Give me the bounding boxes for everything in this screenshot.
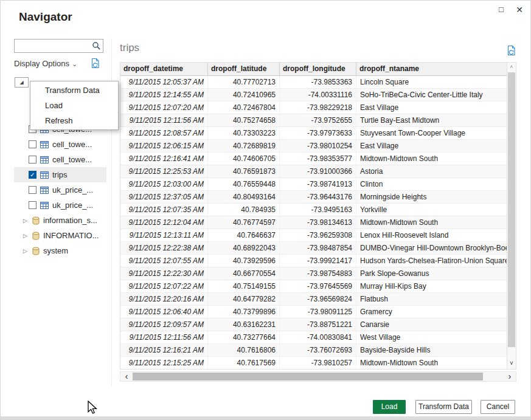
navigation-tree: ▷ ✓ cell_towe <box>14 122 106 258</box>
vertical-scrollbar-thumb[interactable] <box>508 72 515 347</box>
cell-dropoff-latitude: 40.72410965 <box>208 89 280 101</box>
tree-item[interactable]: ▷ ✓ cell_towe <box>14 137 106 152</box>
preview-table: dropoff_datetime dropoff_latitude dropof… <box>120 62 516 370</box>
load-button[interactable]: Load <box>373 400 406 414</box>
cell-dropoff-latitude: 40.72467804 <box>208 102 280 114</box>
cell-dropoff-latitude: 40.73799896 <box>208 306 280 318</box>
cell-dropoff-datetime: 9/11/2015 12:13:11 AM <box>120 229 208 241</box>
table-row: 9/11/2015 12:07:35 AM 40.784935 -73.9495… <box>120 204 508 216</box>
cell-dropoff-longitude: -73.96569824 <box>280 293 356 305</box>
tree-item[interactable]: ▷ ✓ INFORMATI <box>14 228 106 243</box>
vertical-scrollbar[interactable]: ˄ ˅ <box>507 63 516 369</box>
cell-dropoff-longitude: -73.9853363 <box>280 76 356 88</box>
tree-item[interactable]: ▷ ✓ system <box>14 243 106 258</box>
expander-icon[interactable]: ▷ <box>23 233 30 239</box>
cell-dropoff-ntaname: Midtown-Midtown South <box>356 153 508 165</box>
tree-item[interactable]: ▷ ✓ uk_price_ <box>14 198 106 213</box>
checkbox[interactable]: ✓ <box>29 201 36 209</box>
scroll-left-icon[interactable]: ‹ <box>122 372 131 381</box>
context-menu-item[interactable]: Refresh <box>30 113 118 128</box>
horizontal-scrollbar[interactable]: ‹ › <box>120 371 516 382</box>
checkbox[interactable]: ✓ <box>29 186 36 194</box>
cell-dropoff-ntaname: Gramercy <box>356 306 508 318</box>
scroll-up-icon[interactable]: ˄ <box>507 63 516 72</box>
table-row: 9/11/2015 12:13:11 AM 40.7646637 -73.962… <box>120 229 508 242</box>
table-row: 9/11/2015 12:06:40 AM 40.73799896 -73.98… <box>120 306 508 318</box>
search-box <box>14 39 103 53</box>
tree-item[interactable]: ▷ ✓ cell_towe <box>14 152 106 167</box>
cell-dropoff-longitude: -73.96443176 <box>280 191 356 203</box>
preview-title: trips <box>120 42 139 54</box>
cell-dropoff-longitude: -73.98091125 <box>280 306 356 318</box>
cell-dropoff-datetime: 9/11/2015 12:15:25 AM <box>120 357 208 369</box>
cell-dropoff-ntaname: East Village <box>356 102 508 114</box>
database-icon <box>32 247 40 255</box>
cell-dropoff-longitude: -73.98010254 <box>280 140 356 152</box>
expander-icon[interactable]: ▷ <box>23 248 30 254</box>
table-icon <box>40 171 49 179</box>
table-row: 9/11/2015 12:05:37 AM 40.77702713 -73.98… <box>120 76 508 89</box>
close-button[interactable]: ✕ <box>512 3 527 16</box>
cell-dropoff-longitude: -73.99921417 <box>280 255 356 267</box>
expander-icon[interactable]: ▷ <box>23 218 30 224</box>
cell-dropoff-datetime: 9/11/2015 12:16:21 AM <box>120 344 208 356</box>
cell-dropoff-ntaname: Yorkville <box>356 204 508 216</box>
scroll-down-icon[interactable]: ˅ <box>507 359 516 369</box>
cell-dropoff-datetime: 9/11/2015 12:07:22 AM <box>120 280 208 292</box>
cell-dropoff-ntaname: Lincoln Square <box>356 76 508 88</box>
cell-dropoff-longitude: -73.9495163 <box>280 204 356 216</box>
checkbox[interactable]: ✓ <box>29 171 36 179</box>
refresh-preview-icon[interactable] <box>506 45 516 58</box>
search-icon[interactable] <box>92 41 101 53</box>
cell-dropoff-longitude: -73.97645569 <box>280 280 356 292</box>
cell-dropoff-longitude: -74.00830841 <box>280 331 356 343</box>
cell-dropoff-datetime: 9/11/2015 12:37:05 AM <box>120 191 208 203</box>
display-options-dropdown[interactable]: Display Options⌄ <box>14 59 77 68</box>
cell-dropoff-latitude: 40.7617569 <box>208 357 280 369</box>
column-header-dropoff-longitude: dropoff_longitude <box>280 63 356 75</box>
cell-dropoff-datetime: 9/11/2015 12:22:30 AM <box>120 267 208 280</box>
cell-dropoff-latitude: 40.76774597 <box>208 216 280 229</box>
cell-dropoff-datetime: 9/11/2015 12:08:57 AM <box>120 127 208 139</box>
maximize-button[interactable]: □ <box>494 3 508 16</box>
table-row: 9/11/2015 12:06:15 AM 40.72689819 -73.98… <box>120 140 508 153</box>
tree-item-label: trips <box>52 170 68 179</box>
refresh-icon[interactable] <box>90 58 100 71</box>
window-bottom-edge <box>1 416 530 419</box>
table-row: 9/11/2015 12:09:57 AM 40.63162231 -73.88… <box>120 318 508 331</box>
table-row: 9/11/2015 12:20:16 AM 40.64779282 -73.96… <box>120 293 508 306</box>
cell-dropoff-ntaname: Canarsie <box>356 318 508 331</box>
transform-data-button[interactable]: Transform Data <box>415 400 472 414</box>
cell-dropoff-longitude: -73.88751221 <box>280 318 356 331</box>
scroll-right-icon[interactable]: › <box>505 372 515 381</box>
cell-dropoff-longitude: -73.9810257 <box>280 357 356 369</box>
cell-dropoff-latitude: 40.76591873 <box>208 165 280 177</box>
cell-dropoff-datetime: 9/11/2015 12:03:00 AM <box>120 178 208 190</box>
cell-dropoff-latitude: 40.7616806 <box>208 344 280 356</box>
check-icon: ✓ <box>30 172 35 178</box>
cancel-button[interactable]: Cancel <box>481 400 515 414</box>
cell-dropoff-ntaname: Lenox Hill-Roosevelt Island <box>356 229 508 241</box>
horizontal-scrollbar-thumb[interactable] <box>133 373 483 380</box>
table-header-row: dropoff_datetime dropoff_latitude dropof… <box>120 63 508 76</box>
context-menu-item-label: Load <box>45 101 63 110</box>
table-row: 9/11/2015 12:07:20 AM 40.72467804 -73.98… <box>120 102 508 114</box>
tree-item[interactable]: ▷ ✓ uk_price_ <box>14 182 106 198</box>
table-row: 9/11/2015 12:22:38 AM 40.68922043 -73.98… <box>120 242 508 255</box>
tree-item[interactable]: ▷ ✓ informati <box>14 213 106 228</box>
context-menu-item[interactable]: Load <box>30 98 118 113</box>
table-row: 9/11/2015 12:08:57 AM 40.73303223 -73.97… <box>120 127 508 140</box>
cell-dropoff-latitude: 40.73277664 <box>208 331 280 343</box>
tree-item[interactable]: ▷ ✓ trips <box>14 167 106 182</box>
cell-dropoff-ntaname: Murray Hill-Kips Bay <box>356 280 508 292</box>
cell-dropoff-latitude: 40.77702713 <box>208 76 280 88</box>
cell-dropoff-latitude: 40.75274658 <box>208 114 280 126</box>
checkbox[interactable]: ✓ <box>29 140 36 148</box>
tree-root-expander-icon[interactable]: ◢ <box>15 77 29 88</box>
checkbox[interactable]: ✓ <box>29 156 36 164</box>
cell-dropoff-longitude: -73.98353577 <box>280 153 356 165</box>
context-menu-item[interactable]: Transform Data <box>30 83 118 98</box>
cell-dropoff-ntaname: East Village <box>356 140 508 152</box>
search-input[interactable] <box>15 40 91 52</box>
navigator-dialog: Navigator □ ✕ Display Options⌄ ◢ Transfo… <box>0 0 531 420</box>
